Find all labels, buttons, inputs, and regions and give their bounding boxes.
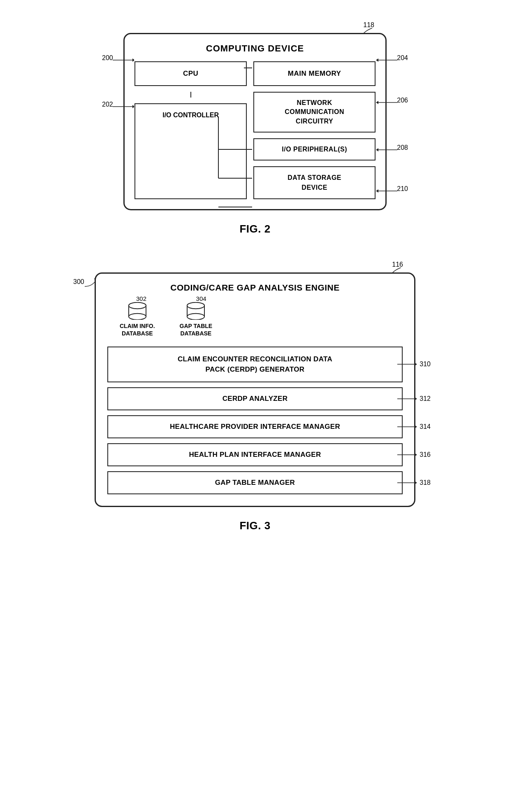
ref-314: 314 [397,423,431,430]
fig3-section: 116 300 CODING/CARE GAP ANALYSIS ENGINE … [25,260,485,532]
cerdp-analyzer-box: CERDP ANALYZER [107,387,403,410]
cerdp-generator-row: CLAIM ENCOUNTER RECONCILIATION DATA PACK… [107,347,403,382]
ref-206: 206 [397,97,408,104]
health-plan-row: HEALTH PLAN INTERFACE MANAGER 316 [107,443,403,466]
ref-302: 302 [136,295,146,302]
healthcare-provider-row: HEALTHCARE PROVIDER INTERFACE MANAGER 31… [107,415,403,438]
db2-label: GAP TABLE DATABASE [180,322,213,337]
computing-device-title: COMPUTING DEVICE [134,43,376,54]
fig2-caption: FIG. 2 [239,223,270,235]
svg-marker-35 [415,397,417,400]
ref-300: 300 [73,278,84,286]
main-memory-box: MAIN MEMORY [253,61,376,86]
ref-204: 204 [397,54,408,62]
ref-312: 312 [397,395,431,403]
db1-icon [127,302,148,320]
io-peripheral-box: I/O PERIPHERAL(S) [253,138,376,161]
coding-engine-title: CODING/CARE GAP ANALYSIS ENGINE [107,283,403,293]
ref-202: 202 [102,101,113,108]
ref-208: 208 [397,144,408,151]
coding-engine-box: CODING/CARE GAP ANALYSIS ENGINE 302 [95,272,415,507]
gap-table-manager-box: GAP TABLE MANAGER [107,471,403,494]
svg-point-30 [187,314,204,320]
fig2-section: 118 COMPUTING DEVICE CPU I/O CONTROLLER [25,16,485,235]
db1-label: CLAIM INFO. DATABASE [120,322,155,337]
svg-point-24 [129,314,146,320]
data-storage-box: DATA STORAGE DEVICE [253,166,376,199]
ref-210: 210 [397,185,408,193]
svg-marker-9 [376,58,378,62]
io-controller-box: I/O CONTROLLER [134,103,247,199]
network-comm-box: NETWORK COMMUNICATION CIRCUITRY [253,92,376,133]
svg-marker-13 [376,101,378,104]
cerdp-analyzer-row: CERDP ANALYZER 312 [107,387,403,410]
svg-marker-41 [415,481,417,484]
ref-200: 200 [102,54,113,62]
db2-icon [185,302,206,320]
gap-table-db: 304 GAP TABLE DATABASE [180,302,213,337]
ref-318: 318 [397,479,431,486]
svg-marker-11 [132,105,134,108]
ref-316: 316 [397,451,431,458]
svg-marker-33 [415,363,417,366]
health-plan-box: HEALTH PLAN INTERFACE MANAGER [107,443,403,466]
svg-marker-7 [132,58,134,62]
cpu-box: CPU [134,61,247,86]
cerdp-generator-box: CLAIM ENCOUNTER RECONCILIATION DATA PACK… [107,347,403,382]
svg-point-25 [129,302,146,309]
database-row: 302 CLAIM INFO. DATABASE [107,302,403,337]
ref-304: 304 [196,295,206,302]
claim-info-db: 302 CLAIM INFO. DATABASE [120,302,155,337]
computing-device-box: COMPUTING DEVICE CPU I/O CONTROLLER [123,33,387,210]
svg-marker-39 [415,453,417,456]
svg-point-31 [187,302,204,309]
svg-marker-15 [376,148,378,151]
healthcare-provider-box: HEALTHCARE PROVIDER INTERFACE MANAGER [107,415,403,438]
ref-310: 310 [397,361,431,368]
fig3-caption: FIG. 3 [239,519,270,532]
gap-table-manager-row: GAP TABLE MANAGER 318 [107,471,403,494]
svg-marker-37 [415,425,417,428]
svg-marker-17 [376,189,378,193]
